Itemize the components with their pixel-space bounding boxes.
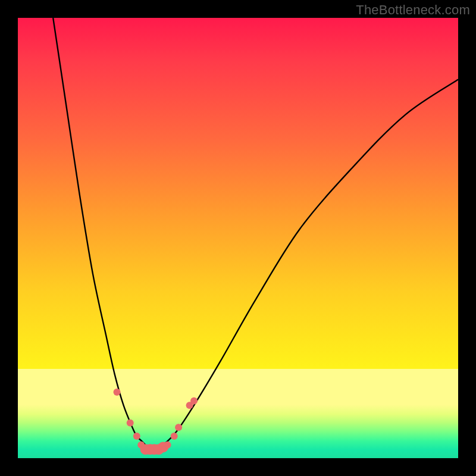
data-marker <box>190 397 198 405</box>
data-marker <box>133 433 140 440</box>
data-marker <box>164 441 171 449</box>
data-marker <box>175 424 182 431</box>
data-marker <box>171 433 178 440</box>
curve-left-curve <box>53 18 154 450</box>
curves-group <box>53 18 458 450</box>
markers-group <box>114 389 198 455</box>
data-marker <box>127 419 134 427</box>
data-marker <box>114 389 121 396</box>
curves-layer <box>18 18 458 458</box>
curve-right-curve <box>154 80 458 450</box>
chart-frame: TheBottleneck.com <box>0 0 476 476</box>
plot-area <box>18 18 458 458</box>
watermark-label: TheBottleneck.com <box>356 2 470 18</box>
